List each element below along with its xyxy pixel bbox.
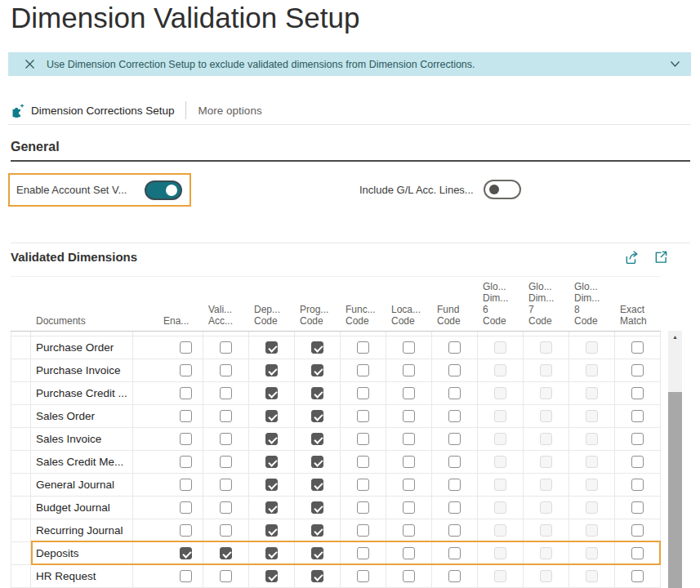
checkbox-department_code[interactable] <box>265 387 278 399</box>
checkbox-validate_account[interactable] <box>220 364 232 376</box>
document-cell[interactable]: Recurring Journal <box>31 519 133 541</box>
checkbox-enabled[interactable] <box>180 341 192 354</box>
document-cell[interactable]: HR Request <box>31 565 133 587</box>
column-header-fund_code[interactable]: FundCode <box>432 304 478 331</box>
checkbox-location_code[interactable] <box>403 570 415 582</box>
checkbox-fund_code[interactable] <box>448 364 461 376</box>
checkbox-enabled[interactable] <box>180 410 192 422</box>
checkbox-department_code[interactable] <box>265 456 278 468</box>
checkbox-exact_match[interactable] <box>631 387 644 399</box>
scrollbar-thumb[interactable] <box>668 392 682 588</box>
checkbox-department_code[interactable] <box>265 479 278 491</box>
checkbox-exact_match[interactable] <box>631 410 644 422</box>
column-header-function_code[interactable]: Func...Code <box>341 304 386 331</box>
close-icon[interactable] <box>25 59 35 69</box>
document-cell[interactable]: Sales Order <box>31 405 133 427</box>
include-gl-acc-lines-toggle[interactable] <box>484 180 521 199</box>
checkbox-function_code[interactable] <box>357 570 369 582</box>
document-cell[interactable]: Sales Credit Me... <box>31 451 133 473</box>
checkbox-function_code[interactable] <box>357 433 369 445</box>
checkbox-location_code[interactable] <box>403 456 415 468</box>
column-header-global_dim_6_code[interactable]: Glo...Dim...6Code <box>478 281 524 331</box>
checkbox-program_code[interactable] <box>311 387 323 399</box>
checkbox-enabled[interactable] <box>180 456 192 468</box>
checkbox-enabled[interactable] <box>180 547 192 559</box>
more-options-button[interactable]: More options <box>198 105 262 117</box>
checkbox-program_code[interactable] <box>311 524 323 537</box>
column-header-global_dim_7_code[interactable]: Glo...Dim...7Code <box>524 281 569 331</box>
checkbox-location_code[interactable] <box>403 524 415 537</box>
checkbox-validate_account[interactable] <box>220 341 232 354</box>
checkbox-exact_match[interactable] <box>631 456 644 468</box>
checkbox-department_code[interactable] <box>265 524 278 537</box>
checkbox-location_code[interactable] <box>403 433 415 445</box>
row-selector-cell[interactable] <box>11 519 31 541</box>
document-cell[interactable]: Purchase Invoice <box>31 359 133 381</box>
checkbox-validate_account[interactable] <box>220 410 232 422</box>
checkbox-function_code[interactable] <box>357 341 369 354</box>
checkbox-validate_account[interactable] <box>220 501 232 514</box>
checkbox-program_code[interactable] <box>311 410 323 422</box>
vertical-scrollbar[interactable]: ▲ <box>668 331 682 588</box>
checkbox-validate_account[interactable] <box>220 547 232 559</box>
checkbox-enabled[interactable] <box>180 364 192 376</box>
checkbox-fund_code[interactable] <box>448 524 461 537</box>
checkbox-validate_account[interactable] <box>220 570 232 582</box>
column-header-documents[interactable]: Documents <box>31 315 133 331</box>
column-header-validate_account[interactable]: Vali...Acc... <box>203 304 249 331</box>
checkbox-function_code[interactable] <box>357 479 369 491</box>
checkbox-department_code[interactable] <box>265 341 278 354</box>
checkbox-fund_code[interactable] <box>448 456 461 468</box>
checkbox-program_code[interactable] <box>311 456 323 468</box>
checkbox-program_code[interactable] <box>311 570 323 582</box>
row-selector-cell[interactable] <box>11 336 31 359</box>
checkbox-location_code[interactable] <box>403 547 415 559</box>
checkbox-fund_code[interactable] <box>448 410 461 422</box>
checkbox-program_code[interactable] <box>311 501 323 514</box>
checkbox-function_code[interactable] <box>357 524 369 537</box>
checkbox-fund_code[interactable] <box>448 479 461 491</box>
checkbox-department_code[interactable] <box>265 570 278 582</box>
checkbox-enabled[interactable] <box>180 570 192 582</box>
checkbox-exact_match[interactable] <box>631 570 644 582</box>
row-selector-cell[interactable] <box>11 405 31 427</box>
checkbox-fund_code[interactable] <box>448 433 461 445</box>
checkbox-function_code[interactable] <box>357 410 369 422</box>
checkbox-fund_code[interactable] <box>448 387 461 399</box>
checkbox-fund_code[interactable] <box>448 341 461 354</box>
checkbox-department_code[interactable] <box>265 410 278 422</box>
checkbox-exact_match[interactable] <box>631 341 644 354</box>
chevron-down-icon[interactable] <box>670 60 680 68</box>
checkbox-exact_match[interactable] <box>631 479 644 491</box>
focus-mode-icon[interactable] <box>653 250 668 265</box>
checkbox-department_code[interactable] <box>265 433 278 445</box>
document-cell[interactable]: General Journal <box>31 474 133 496</box>
row-selector-cell[interactable] <box>11 565 31 587</box>
checkbox-validate_account[interactable] <box>220 433 232 445</box>
document-cell[interactable]: Sales Invoice <box>31 428 133 450</box>
column-header-global_dim_8_code[interactable]: Glo...Dim...8Code <box>569 281 615 331</box>
share-icon[interactable] <box>624 250 640 265</box>
checkbox-enabled[interactable] <box>180 479 192 491</box>
checkbox-fund_code[interactable] <box>448 570 461 582</box>
checkbox-location_code[interactable] <box>403 410 415 422</box>
row-selector-cell[interactable] <box>11 497 31 519</box>
document-cell[interactable]: Purchase Order <box>31 336 133 359</box>
checkbox-function_code[interactable] <box>357 364 369 376</box>
enable-account-set-toggle[interactable] <box>145 180 182 200</box>
checkbox-location_code[interactable] <box>403 501 415 514</box>
checkbox-validate_account[interactable] <box>220 387 232 399</box>
checkbox-function_code[interactable] <box>357 501 369 514</box>
checkbox-exact_match[interactable] <box>631 524 644 537</box>
checkbox-department_code[interactable] <box>265 364 278 376</box>
checkbox-department_code[interactable] <box>265 547 278 559</box>
column-header-enabled[interactable]: Ena... <box>133 315 203 331</box>
checkbox-program_code[interactable] <box>311 364 323 376</box>
checkbox-exact_match[interactable] <box>631 433 644 445</box>
document-cell[interactable]: Budget Journal <box>31 497 133 519</box>
checkbox-validate_account[interactable] <box>220 524 232 537</box>
checkbox-enabled[interactable] <box>180 524 192 537</box>
row-selector-cell[interactable] <box>11 474 31 496</box>
row-selector-cell[interactable] <box>11 428 31 450</box>
checkbox-exact_match[interactable] <box>631 364 644 376</box>
